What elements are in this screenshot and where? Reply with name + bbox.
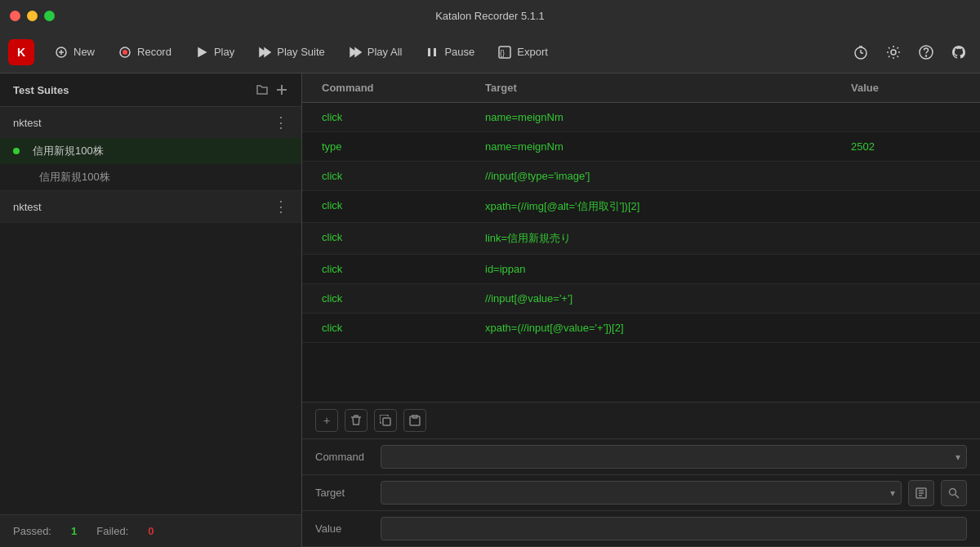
- sidebar-title: Test Suites: [13, 84, 69, 96]
- target-input[interactable]: [381, 481, 902, 505]
- new-button[interactable]: New: [44, 40, 105, 64]
- cell-command-6: click: [315, 284, 479, 313]
- settings-button[interactable]: [880, 39, 906, 65]
- tree-sub-item-name-1: 信用新規100株: [39, 170, 110, 185]
- tree-group-name-1: nktest: [13, 117, 274, 129]
- value-input[interactable]: [381, 517, 967, 540]
- target-input-group: ▾: [381, 481, 902, 505]
- command-table[interactable]: Command Target Value click name=meignNm …: [302, 73, 980, 402]
- pause-icon: [425, 45, 439, 60]
- window-title: Katalon Recorder 5.1.1: [435, 10, 545, 22]
- cell-command-5: click: [315, 255, 479, 283]
- title-bar: Katalon Recorder 5.1.1: [0, 0, 980, 31]
- tree-group-1: nktest ⋮ 信用新規100株 信用新規100株: [0, 107, 301, 191]
- cell-command-0: click: [315, 103, 479, 131]
- tree-group-header-1[interactable]: nktest ⋮: [0, 107, 301, 138]
- main-toolbar: K New Record Play: [0, 31, 980, 73]
- tree-group-more-1[interactable]: ⋮: [274, 113, 288, 131]
- delete-row-button[interactable]: [345, 409, 368, 432]
- tree-group-more-2[interactable]: ⋮: [274, 198, 288, 216]
- detail-panel: Command ▾ Target ▾: [302, 439, 980, 547]
- table-row[interactable]: type name=meignNm 2502: [302, 132, 980, 162]
- tree-item-1[interactable]: 信用新規100株: [0, 138, 301, 164]
- export-button[interactable]: {} Export: [488, 40, 558, 64]
- cell-command-1: type: [315, 132, 479, 161]
- tree-sub-item-1[interactable]: 信用新規100株: [0, 164, 301, 190]
- table-row[interactable]: click //input[@type='image']: [302, 162, 980, 191]
- target-search-button[interactable]: [941, 480, 967, 506]
- tree-item-name-1: 信用新規100株: [33, 144, 104, 158]
- export-icon: {}: [497, 45, 512, 60]
- timer-button[interactable]: [848, 39, 874, 65]
- cell-value-4: [844, 223, 967, 254]
- svg-marker-5: [198, 48, 206, 56]
- content-area: Command Target Value click name=meignNm …: [302, 73, 980, 547]
- value-row: Value: [302, 511, 980, 547]
- traffic-lights: [10, 11, 55, 21]
- tree-group-header-2[interactable]: nktest ⋮: [0, 191, 301, 222]
- play-button[interactable]: Play: [185, 40, 244, 64]
- header-value: Value: [844, 73, 967, 102]
- table-rows: click name=meignNm type name=meignNm 250…: [302, 103, 980, 343]
- delete-icon: [350, 415, 362, 426]
- github-icon: [951, 45, 966, 60]
- play-suite-button[interactable]: Play Suite: [247, 40, 335, 64]
- svg-point-4: [122, 50, 127, 55]
- passed-label: Passed:: [13, 525, 51, 537]
- play-suite-icon: [257, 45, 272, 60]
- svg-point-30: [950, 488, 956, 495]
- table-toolbar: +: [302, 402, 980, 439]
- cell-value-1: 2502: [844, 132, 967, 161]
- tree-item-dot-1: [13, 148, 20, 154]
- timer-icon: [853, 45, 868, 60]
- paste-row-button[interactable]: [403, 409, 426, 432]
- cell-target-3: xpath=(//img[@alt='信用取引'])[2]: [479, 191, 844, 222]
- command-input[interactable]: [381, 445, 967, 469]
- table-row[interactable]: click name=meignNm: [302, 103, 980, 132]
- tree-group-name-2: nktest: [13, 201, 274, 213]
- sidebar: Test Suites nktest: [0, 73, 302, 547]
- svg-text:{}: {}: [500, 49, 505, 57]
- value-label: Value: [315, 523, 381, 535]
- cell-command-3: click: [315, 191, 479, 222]
- maximize-button[interactable]: [44, 11, 55, 21]
- failed-value: 0: [148, 525, 154, 537]
- cell-value-3: [844, 191, 967, 222]
- sidebar-folder-button[interactable]: [256, 83, 269, 96]
- copy-row-button[interactable]: [374, 409, 397, 432]
- minimize-button[interactable]: [27, 11, 38, 21]
- target-select-icon: [915, 487, 927, 499]
- failed-label: Failed:: [96, 525, 128, 537]
- table-row[interactable]: click xpath=(//img[@alt='信用取引'])[2]: [302, 191, 980, 223]
- help-button[interactable]: [913, 39, 939, 65]
- table-row[interactable]: click link=信用新規売り: [302, 223, 980, 255]
- sidebar-header-icons: [256, 83, 288, 96]
- add-row-button[interactable]: +: [315, 409, 338, 432]
- close-button[interactable]: [10, 11, 20, 21]
- target-input-with-btns: ▾: [381, 480, 967, 506]
- table-row[interactable]: click xpath=(//input[@value='+'])[2]: [302, 314, 980, 343]
- svg-rect-23: [383, 418, 390, 425]
- cell-target-2: //input[@type='image']: [479, 162, 844, 190]
- pause-button[interactable]: Pause: [415, 40, 484, 64]
- github-button[interactable]: [946, 39, 972, 65]
- table-row[interactable]: click //input[@value='+']: [302, 284, 980, 314]
- cell-value-7: [844, 314, 967, 342]
- svg-point-20: [926, 56, 927, 56]
- svg-line-31: [956, 494, 960, 498]
- cell-value-5: [844, 255, 967, 283]
- cell-target-1: name=meignNm: [479, 132, 844, 161]
- target-label: Target: [315, 487, 381, 499]
- sidebar-add-button[interactable]: [275, 83, 288, 96]
- cell-value-2: [844, 162, 967, 190]
- record-button[interactable]: Record: [108, 40, 181, 64]
- cell-target-7: xpath=(//input[@value='+'])[2]: [479, 314, 844, 342]
- target-select-button[interactable]: [908, 480, 934, 506]
- cell-value-0: [844, 103, 967, 131]
- command-input-wrapper: ▾: [381, 445, 967, 469]
- search-icon: [948, 487, 960, 499]
- cell-command-7: click: [315, 314, 479, 342]
- copy-icon: [380, 415, 391, 426]
- table-row[interactable]: click id=ippan: [302, 255, 980, 284]
- play-all-button[interactable]: Play All: [338, 40, 412, 64]
